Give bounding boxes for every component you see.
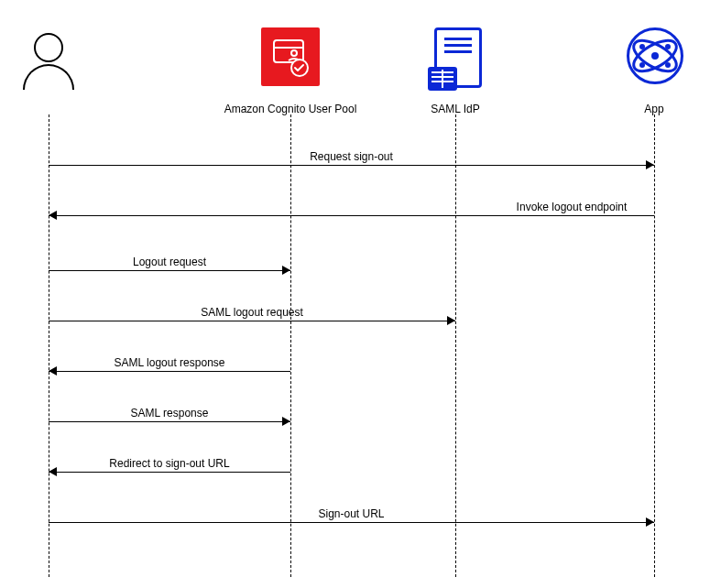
- message-line: [49, 215, 654, 216]
- message-label: Sign-out URL: [318, 507, 384, 522]
- actor-label-cognito: Amazon Cognito User Pool: [224, 103, 357, 115]
- message-label: Logout request: [133, 256, 206, 270]
- arrow-right-icon: [282, 266, 290, 275]
- svg-point-6: [651, 52, 659, 60]
- svg-point-8: [665, 62, 671, 68]
- message-line: [49, 522, 654, 523]
- message-line: [49, 421, 290, 422]
- arrow-right-icon: [646, 160, 654, 169]
- message-line: [49, 270, 290, 271]
- sequence-diagram: Amazon Cognito User Pool SAML IdP App Re…: [0, 0, 710, 588]
- app-icon: [627, 27, 683, 84]
- actor-label-app: App: [644, 103, 663, 115]
- arrow-right-icon: [646, 517, 654, 527]
- lifeline-app: [654, 114, 655, 577]
- user-icon: [23, 33, 74, 90]
- svg-point-2: [291, 50, 297, 56]
- message-label: SAML logout request: [201, 306, 303, 321]
- svg-point-7: [639, 44, 645, 49]
- message-line: [49, 321, 455, 321]
- arrow-left-icon: [49, 211, 57, 220]
- message-label: Invoke logout endpoint: [517, 201, 628, 215]
- message-label: Redirect to sign-out URL: [109, 457, 229, 472]
- lifeline-cognito: [290, 114, 291, 577]
- message-label: Request sign-out: [310, 150, 393, 165]
- actor-label-saml: SAML IdP: [431, 103, 480, 115]
- arrow-right-icon: [447, 316, 455, 325]
- message-line: [49, 472, 290, 473]
- saml-idp-icon: [434, 27, 482, 88]
- lifeline-saml: [455, 114, 456, 577]
- message-line: [49, 371, 290, 372]
- arrow-left-icon: [49, 467, 57, 476]
- svg-point-10: [639, 62, 645, 68]
- message-label: SAML logout response: [115, 356, 225, 371]
- message-label: SAML response: [131, 407, 209, 421]
- amazon-cognito-icon: [261, 27, 320, 86]
- lifeline-user: [49, 114, 49, 577]
- arrow-right-icon: [282, 417, 290, 426]
- arrow-left-icon: [49, 366, 57, 376]
- svg-point-9: [665, 44, 671, 49]
- message-line: [49, 165, 654, 166]
